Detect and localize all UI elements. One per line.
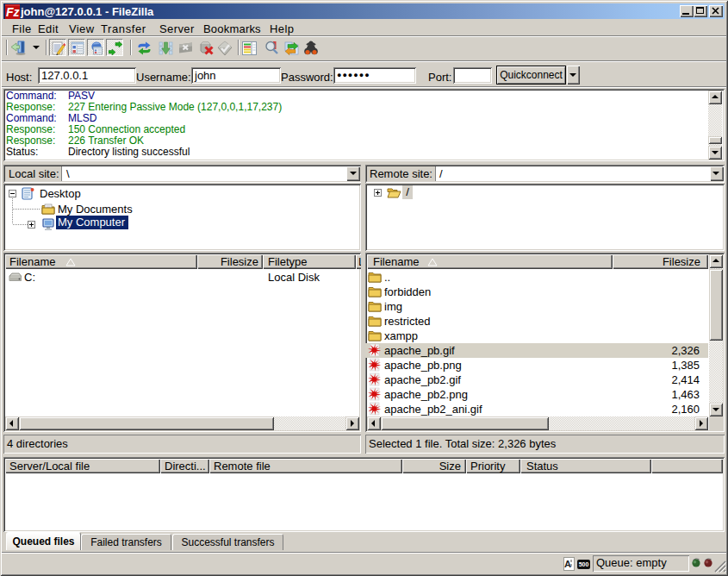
svg-text:A: A: [564, 559, 571, 569]
svg-text:Fz: Fz: [6, 5, 20, 19]
